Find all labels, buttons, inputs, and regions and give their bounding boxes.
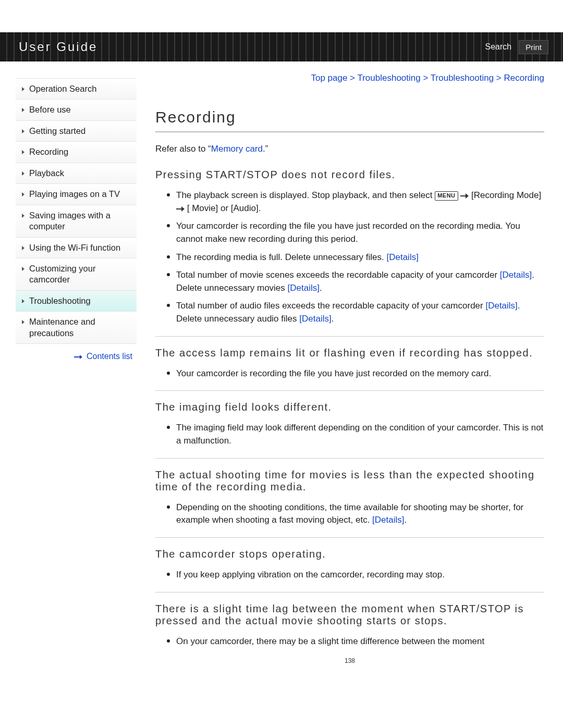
sidebar-item-label: Using the Wi-Fi function <box>29 242 120 253</box>
page-title: Recording <box>155 108 544 132</box>
section: The camcorder stops operating.If you kee… <box>155 548 544 582</box>
list-item: The imaging field may look different dep… <box>167 422 544 447</box>
section: There is a slight time lag between the m… <box>155 603 544 648</box>
arrow-right-icon <box>460 193 469 199</box>
top-whitespace <box>0 0 563 32</box>
section-heading: The access lamp remains lit or flashing … <box>155 347 544 362</box>
caret-right-icon <box>22 87 25 91</box>
sidebar-item[interactable]: Customizing your camcorder <box>16 258 137 291</box>
details-link[interactable]: [Details] <box>372 515 404 525</box>
section: Pressing START/STOP does not record file… <box>155 169 544 326</box>
intro-text: Refer also to “Memory card.” <box>155 144 544 154</box>
caret-right-icon <box>22 214 25 218</box>
caret-right-icon <box>22 246 25 250</box>
details-link[interactable]: [Details] <box>288 283 320 293</box>
sidebar-item[interactable]: Recording <box>16 142 137 163</box>
caret-right-icon <box>22 129 25 133</box>
list-item: Your camcorder is recording the file you… <box>167 220 544 245</box>
section-heading: The camcorder stops operating. <box>155 548 544 563</box>
list-item: On your camcorder, there may be a slight… <box>167 635 544 648</box>
section-divider <box>155 390 544 391</box>
memory-card-link[interactable]: Memory card <box>211 144 263 154</box>
caret-right-icon <box>22 192 25 196</box>
section-list: On your camcorder, there may be a slight… <box>155 635 544 648</box>
sidebar-item-label: Getting started <box>29 126 85 137</box>
list-item: Your camcorder is recording the file you… <box>167 367 544 380</box>
sidebar-item-label: Before use <box>29 104 71 115</box>
section-divider <box>155 458 544 459</box>
section-divider <box>155 592 544 593</box>
details-link[interactable]: [Details] <box>485 301 517 311</box>
page-number: 138 <box>155 657 544 664</box>
sidebar-item-label: Recording <box>29 146 68 157</box>
sidebar-item[interactable]: Getting started <box>16 121 137 142</box>
breadcrumb-link[interactable]: Troubleshooting <box>431 73 494 83</box>
list-item: The recording media is full. Delete unne… <box>167 251 544 264</box>
header-title: User Guide <box>19 40 97 54</box>
section: The access lamp remains lit or flashing … <box>155 347 544 380</box>
contents-list-label: Contents list <box>87 352 132 361</box>
list-item: If you keep applying vibration on the ca… <box>167 569 544 582</box>
details-link[interactable]: [Details] <box>386 252 418 262</box>
section-list: If you keep applying vibration on the ca… <box>155 569 544 582</box>
sidebar-item-label: Playing images on a TV <box>29 189 120 200</box>
sidebar-item[interactable]: Playback <box>16 163 137 184</box>
sidebar-item-label: Customizing your camcorder <box>29 263 131 286</box>
details-link[interactable]: [Details] <box>500 270 532 280</box>
section-list: Your camcorder is recording the file you… <box>155 367 544 380</box>
caret-right-icon <box>22 267 25 271</box>
section-list: The playback screen is displayed. Stop p… <box>155 189 544 326</box>
sidebar-item[interactable]: Playing images on a TV <box>16 184 137 205</box>
section-list: Depending on the shooting conditions, th… <box>155 501 544 527</box>
section-heading: There is a slight time lag between the m… <box>155 603 544 630</box>
sidebar-item-label: Maintenance and precautions <box>29 316 131 339</box>
print-button[interactable]: Print <box>519 40 548 54</box>
contents-list-link[interactable]: Contents list <box>74 352 133 361</box>
sidebar-list: Operation SearchBefore useGetting starte… <box>16 78 137 344</box>
sections-container: Pressing START/STOP does not record file… <box>155 169 544 648</box>
breadcrumb-separator: > <box>421 73 431 83</box>
main-content: Top page > Troubleshooting > Troubleshoo… <box>155 73 544 664</box>
details-link[interactable]: [Details] <box>299 314 331 324</box>
section-list: The imaging field may look different dep… <box>155 422 544 447</box>
list-item: The playback screen is displayed. Stop p… <box>167 189 544 215</box>
breadcrumb-link[interactable]: Troubleshooting <box>357 73 420 83</box>
sidebar-item[interactable]: Operation Search <box>16 79 137 100</box>
sidebar-item-label: Playback <box>29 168 64 179</box>
sidebar: Operation SearchBefore useGetting starte… <box>16 78 137 362</box>
section-heading: Pressing START/STOP does not record file… <box>155 169 544 184</box>
breadcrumb-link[interactable]: Recording <box>504 73 545 83</box>
caret-right-icon <box>22 171 25 176</box>
contents-list: Contents list <box>16 344 137 362</box>
header-bar: User Guide Search Print <box>0 32 563 61</box>
sidebar-item[interactable]: Troubleshooting <box>16 291 137 312</box>
arrow-right-icon <box>176 206 185 212</box>
sidebar-item-label: Saving images with a computer <box>29 210 131 232</box>
intro-prefix: Refer also to “ <box>155 144 211 154</box>
sidebar-item[interactable]: Maintenance and precautions <box>16 312 137 344</box>
section-heading: The imaging field looks different. <box>155 401 544 416</box>
intro-suffix: .” <box>263 144 268 154</box>
breadcrumb-link[interactable]: Top page <box>311 73 347 83</box>
caret-right-icon <box>22 320 25 324</box>
list-item: Total number of audio files exceeds the … <box>167 300 544 325</box>
caret-right-icon <box>22 299 25 303</box>
arrow-right-icon <box>74 355 82 359</box>
sidebar-item[interactable]: Saving images with a computer <box>16 205 137 238</box>
sidebar-item[interactable]: Using the Wi-Fi function <box>16 238 137 258</box>
menu-box-icon: MENU <box>435 191 458 201</box>
breadcrumb-separator: > <box>347 73 357 83</box>
sidebar-item-label: Troubleshooting <box>29 295 91 306</box>
search-link[interactable]: Search <box>485 42 511 52</box>
caret-right-icon <box>22 150 25 154</box>
section-divider <box>155 537 544 538</box>
sidebar-item-label: Operation Search <box>29 83 96 94</box>
section-divider <box>155 336 544 337</box>
list-item: Depending on the shooting conditions, th… <box>167 501 544 527</box>
list-item: Total number of movie scenes exceeds the… <box>167 269 544 294</box>
breadcrumb: Top page > Troubleshooting > Troubleshoo… <box>155 73 544 83</box>
sidebar-item[interactable]: Before use <box>16 100 137 120</box>
section: The imaging field looks different.The im… <box>155 401 544 447</box>
caret-right-icon <box>22 108 25 112</box>
breadcrumb-separator: > <box>494 73 504 83</box>
